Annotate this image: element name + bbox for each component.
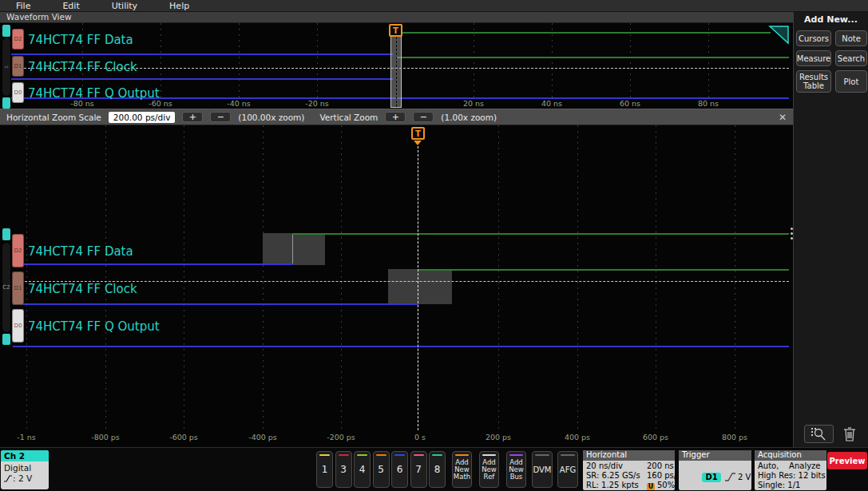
add-new-measure-button[interactable]: Measure — [796, 50, 831, 66]
main-gridline — [184, 125, 184, 430]
main-gridline — [263, 125, 264, 430]
main-axis-tick: -600 ps — [169, 433, 198, 442]
horizontal-value: 160 ps/pt (IT — [647, 471, 675, 481]
overview-gridline — [552, 23, 553, 99]
menu-file[interactable]: File — [16, 1, 30, 11]
dvm-button[interactable]: DVM — [532, 451, 553, 488]
main-gridline — [341, 125, 342, 430]
vertical-zoom-plus-button[interactable]: + — [385, 112, 406, 122]
panel-splitter-handle[interactable] — [791, 228, 793, 230]
tekscope-app: FileEditUtilityHelp Waveform View -80 ns… — [0, 0, 868, 491]
add-new-math-button[interactable]: Add New Math — [452, 451, 472, 488]
channel-color-stripe — [319, 454, 330, 456]
main-channel-badge-d0[interactable]: D0 — [12, 309, 24, 343]
acquisition-panel-title: Acquisition — [755, 450, 826, 461]
tab-waveform-view[interactable]: Waveform View — [0, 12, 793, 23]
horizontal-zoom-scale-input[interactable]: 200.00 ps/div — [109, 112, 176, 123]
rising-edge-icon — [725, 473, 735, 481]
overview-channel-label-d0[interactable]: 74HCT74 FF Q Output — [28, 86, 160, 101]
main-channel-badge-d2[interactable]: D2 — [12, 234, 24, 267]
main-group-handle[interactable]: C2 — [2, 242, 11, 333]
overview-gridline — [317, 23, 318, 99]
add-new-ref-button[interactable]: Add New Ref — [479, 451, 499, 488]
channel-color-stripe — [414, 454, 424, 456]
trash-icon[interactable] — [842, 425, 858, 443]
main-axis-tick: 400 ps — [565, 433, 590, 442]
zoom-overlay-indicator-icon[interactable] — [768, 26, 789, 45]
threshold-slope-icon — [4, 475, 13, 482]
trigger-position-marker-overview[interactable]: T — [389, 24, 402, 37]
acquisition-value: Auto, Analyze — [758, 461, 826, 471]
vertical-zoom-label: Vertical Zoom — [319, 113, 378, 122]
main-gridline — [656, 125, 656, 430]
main-group-handle-bottom[interactable] — [2, 334, 10, 345]
close-zoom-icon[interactable]: ✕ — [779, 112, 787, 123]
overview-channel-label-d1[interactable]: 74HCT74 FF Clock — [28, 60, 137, 74]
channel-button-6[interactable]: 6 — [391, 451, 408, 488]
add-new-results-table-button[interactable]: Results Table — [796, 70, 831, 93]
channel-button-5[interactable]: 5 — [373, 451, 390, 488]
main-channel-label-d1[interactable]: 74HCT74 FF Clock — [28, 282, 137, 296]
channel-button-8[interactable]: 8 — [429, 451, 446, 488]
afg-button[interactable]: AFG — [557, 451, 578, 488]
horizontal-panel[interactable]: Horizontal 20 ns/div200 nsSR: 6.25 GS/s1… — [583, 450, 675, 490]
main-channel-badge-d1[interactable]: D1 — [12, 271, 24, 305]
main-channel-label-d2[interactable]: 74HCT74 FF Data — [28, 244, 133, 259]
overview-channel-badge-d2[interactable]: D2 — [12, 29, 24, 49]
main-axis-tick: 600 ps — [643, 433, 668, 442]
overview-plot[interactable]: -80 ns-60 ns-40 ns-20 ns20 ns40 ns60 ns8… — [0, 23, 793, 109]
channel-2-badge[interactable]: Ch 2 Digital : 2 V — [1, 450, 49, 489]
main-axis-tick: 800 ps — [722, 433, 747, 442]
zoom-waveform-plot[interactable]: -1 ns-800 ps-600 ps-400 ps-200 ps0 s200 … — [0, 125, 793, 447]
main-group-handle-top[interactable] — [2, 228, 10, 240]
horizontal-zoom-minus-button[interactable]: − — [210, 112, 231, 122]
horizontal-row: SR: 6.25 GS/s160 ps/pt (IT — [586, 471, 675, 481]
overview-axis-tick: -20 ns — [305, 99, 329, 108]
overview-channel-badge-d1[interactable]: D1 — [12, 56, 24, 77]
trigger-level: 2 V — [738, 473, 751, 481]
d1-overview-high-trace — [397, 57, 789, 58]
main-axis-tick: 200 ps — [486, 433, 511, 442]
menu-utility[interactable]: Utility — [112, 1, 137, 11]
add-new-plot-button[interactable]: Plot — [835, 70, 867, 93]
trigger-source-badge: D1 — [702, 473, 720, 482]
overview-group-handle[interactable]: ‹› — [2, 38, 11, 97]
overview-group-handle-bottom[interactable] — [2, 97, 10, 109]
add-new-note-button[interactable]: Note — [835, 30, 867, 46]
vertical-zoom-factor: (1.00x zoom) — [441, 113, 497, 122]
misc-button-stripe — [561, 454, 575, 456]
channel-button-7[interactable]: 7 — [410, 451, 427, 488]
overview-gridline — [239, 23, 240, 99]
add-new-cursors-button[interactable]: Cursors — [796, 30, 831, 46]
menu-help[interactable]: Help — [169, 1, 189, 11]
zoom-mode-button[interactable] — [804, 425, 834, 443]
overview-gridline — [161, 23, 161, 99]
add-button-color-stripe — [509, 454, 523, 456]
menu-bar: FileEditUtilityHelp — [0, 0, 868, 12]
menu-edit[interactable]: Edit — [62, 1, 79, 11]
preview-button[interactable]: Preview — [827, 452, 867, 469]
add-new-search-button[interactable]: Search — [835, 50, 867, 66]
acquisition-value: High Res: 12 bits — [758, 471, 826, 481]
main-axis-tick: -800 ps — [91, 433, 120, 442]
trigger-position-marker-main[interactable]: T — [411, 127, 425, 140]
main-channel-label-d0[interactable]: 74HCT74 FF Q Output — [28, 319, 160, 334]
main-gridline — [26, 125, 27, 430]
acquisition-value: Single: 1/1 — [758, 481, 826, 490]
overview-group-handle-top[interactable] — [2, 25, 10, 37]
d2-overview-low-trace — [11, 53, 393, 55]
main-gridline — [498, 125, 499, 430]
overview-gridline — [708, 23, 709, 99]
overview-channel-badge-d0[interactable]: D0 — [12, 82, 24, 103]
bottom-settings-bar: Ch 2 Digital : 2 V 1345678Add New MathAd… — [0, 447, 868, 491]
horizontal-zoom-plus-button[interactable]: + — [182, 112, 203, 122]
trigger-panel[interactable]: Trigger D1 2 V — [679, 450, 751, 490]
acquisition-panel[interactable]: Acquisition Auto, AnalyzeHigh Res: 12 bi… — [755, 450, 826, 490]
channel-button-4[interactable]: 4 — [354, 451, 371, 488]
overview-channel-label-d2[interactable]: 74HCT74 FF Data — [28, 33, 133, 47]
add-new-bus-button[interactable]: Add New Bus — [506, 451, 526, 488]
channel-button-1[interactable]: 1 — [316, 451, 333, 488]
vertical-zoom-minus-button[interactable]: − — [413, 112, 434, 122]
channel-button-3[interactable]: 3 — [335, 451, 352, 488]
main-axis-tick: -200 ps — [327, 433, 355, 442]
